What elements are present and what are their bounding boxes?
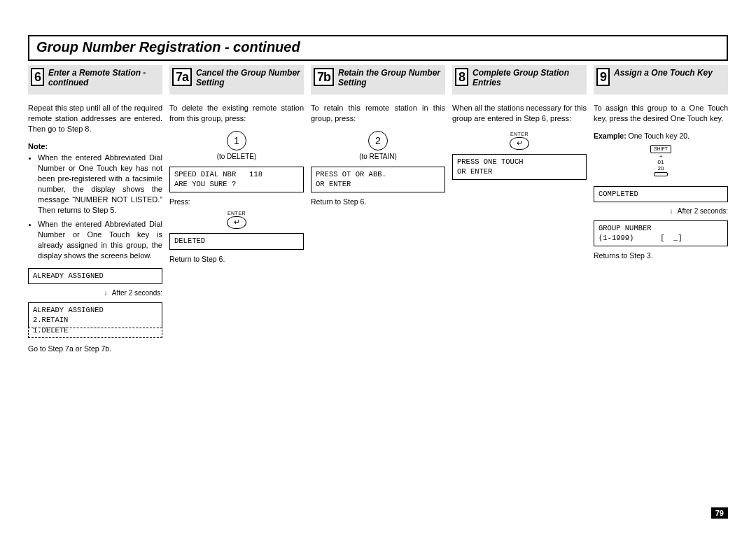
example-text: One Touch key 20. — [629, 132, 690, 140]
step7b-p1: To retain this remote station in this gr… — [311, 103, 445, 124]
lcd-display: COMPLETED — [594, 186, 728, 203]
press-label: Press: — [169, 197, 304, 206]
note-list: When the entered Abbreviated Dial Number… — [28, 153, 162, 260]
shift-keycap-icon: SHIFT — [650, 145, 671, 153]
page-title: Group Number Registration - continued — [36, 39, 720, 55]
lcd-display: GROUP NUMBER (1-1999) [ _] — [594, 220, 728, 246]
step7a-p1: To delete the existing remote station fr… — [169, 103, 304, 124]
step6-header: 6 Enter a Remote Station - continued — [28, 65, 162, 94]
after-2-seconds: ↓ After 2 seconds: — [594, 206, 728, 216]
step6-number: 6 — [31, 68, 44, 86]
after-2-seconds: ↓ After 2 seconds: — [28, 288, 162, 298]
lcd-display: PRESS ONE TOUCH OR ENTER — [452, 154, 587, 180]
col-step7a: 7a Cancel the Group Number Setting To de… — [169, 65, 304, 357]
down-arrow-icon: ↓ — [670, 206, 673, 216]
step9-p1: To assign this group to a One Touch key,… — [594, 103, 728, 124]
step7b-header: 7b Retain the Group Number Setting — [311, 65, 445, 94]
key-01-label: 01 — [658, 159, 664, 165]
lcd-display: PRESS OT OR ABB. OR ENTER — [311, 167, 445, 192]
step7a-title: Cancel the Group Number Setting — [196, 68, 301, 88]
page-footer: 79 — [711, 506, 728, 519]
shift-key-stack: SHIFT + 01 20 — [594, 145, 728, 179]
enter-oval-icon: ↵ — [227, 216, 246, 229]
enter-label: ENTER — [452, 131, 587, 137]
note-item: When the entered Abbreviated Dial Number… — [38, 153, 162, 215]
col-step6: 6 Enter a Remote Station - continued Rep… — [28, 65, 162, 357]
enter-oval-icon: ↵ — [510, 137, 529, 150]
step9-header: 9 Assign a One Touch Key — [594, 65, 728, 94]
keypad-caption: (to DELETE) — [169, 152, 304, 162]
step8-number: 8 — [455, 68, 468, 86]
after-2-seconds-label: After 2 seconds: — [678, 207, 728, 215]
step9-title: Assign a One Touch Key — [614, 68, 713, 78]
enter-key-icon: ENTER ↵ — [452, 131, 587, 150]
note-label: Note: — [28, 141, 162, 152]
example-label: Example: — [594, 132, 626, 140]
key-20-label: 20 — [658, 165, 664, 171]
col-step8: 8 Complete Group Station Entries When al… — [452, 65, 587, 357]
enter-key-icon: ENTER ↵ — [169, 210, 304, 229]
page-number: 79 — [711, 507, 728, 519]
step9-number: 9 — [596, 68, 610, 86]
step8-header: 8 Complete Group Station Entries — [452, 65, 587, 94]
down-arrow-icon: ↓ — [104, 288, 108, 298]
step7a-p2: Return to Step 6. — [169, 254, 304, 264]
step8-title: Complete Group Station Entries — [472, 68, 584, 88]
step8-p1: When all the stations necessary for this… — [452, 103, 587, 124]
note-item: When the entered Abbreviated Dial Number… — [38, 219, 162, 260]
keypad-1-icon: 1 — [227, 131, 246, 150]
col-step7b: 7b Retain the Group Number Setting To re… — [311, 65, 445, 357]
lcd-display: ALREADY ASSIGNED — [28, 268, 162, 285]
step7b-title: Retain the Group Number Setting — [338, 68, 442, 88]
step7a-header: 7a Cancel the Group Number Setting — [169, 65, 304, 94]
step7b-p2: Return to Step 6. — [311, 197, 445, 206]
step6-p2: Go to Step 7a or Step 7b. — [28, 344, 162, 353]
keypad-2-icon: 2 — [368, 131, 388, 150]
one-touch-keycap-icon — [654, 172, 668, 176]
enter-label: ENTER — [169, 210, 304, 216]
page-title-box: Group Number Registration - continued — [28, 35, 728, 61]
manual-page: Group Number Registration - continued 6 … — [0, 0, 756, 534]
step7b-number: 7b — [314, 68, 334, 86]
columns: 6 Enter a Remote Station - continued Rep… — [28, 65, 728, 357]
lcd-display-ext: 1.DELETE — [28, 323, 162, 338]
step9-p2: Returns to Step 3. — [594, 251, 728, 260]
after-2-seconds-label: After 2 seconds: — [112, 289, 162, 297]
col-step9: 9 Assign a One Touch Key To assign this … — [594, 65, 728, 357]
lcd-display: DELETED — [169, 233, 304, 250]
step6-p1: Repeat this step until all of the requir… — [28, 103, 162, 134]
example-line: Example: One Touch key 20. — [594, 131, 728, 141]
lcd-display: SPEED DIAL NBR 118 ARE YOU SURE ? — [169, 167, 304, 192]
keypad-caption: (to RETAIN) — [311, 152, 445, 162]
plus-icon: + — [659, 153, 663, 160]
step7a-number: 7a — [172, 68, 192, 86]
step6-title: Enter a Remote Station - continued — [48, 68, 160, 88]
